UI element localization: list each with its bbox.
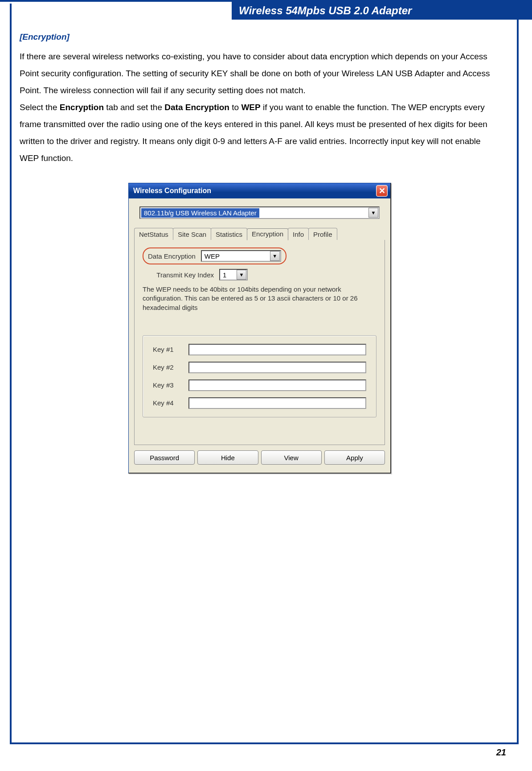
key4-input[interactable] [188,397,366,409]
chevron-down-icon[interactable]: ▼ [237,270,246,280]
para2-mid1: tab and set the [104,103,164,112]
tab-netstatus[interactable]: NetStatus [134,228,173,240]
key-row-4: Key #4 [153,397,366,409]
data-encryption-select[interactable]: WEP ▼ [201,250,281,262]
header-title: Wireless 54Mpbs USB 2.0 Adapter [239,4,412,17]
adapter-select[interactable]: 802.11b/g USB Wireless LAN Adapter ▼ [139,206,380,219]
tab-statistics[interactable]: Statistics [211,228,247,240]
key-row-3: Key #3 [153,379,366,391]
data-encryption-row: Data Encryption WEP ▼ [143,247,376,264]
header-bar: Wireless 54Mpbs USB 2.0 Adapter [232,2,532,20]
hide-button[interactable]: Hide [197,450,258,465]
para1: If there are several wireless networks c… [20,52,490,95]
content-area: [Encryption] If there are several wirele… [20,32,500,474]
key2-input[interactable] [188,362,366,373]
tab-profile[interactable]: Profile [308,228,337,240]
tab-info[interactable]: Info [288,228,309,240]
key1-label: Key #1 [153,346,180,353]
wep-help-text: The WEP needs to be 40bits or 104bits de… [143,285,376,312]
transmit-key-value: 1 [223,271,226,279]
data-encryption-label: Data Encryption [148,252,196,260]
data-encryption-value: WEP [205,252,220,260]
key4-label: Key #4 [153,399,180,407]
body-text: If there are several wireless networks c… [20,48,500,167]
key-row-2: Key #2 [153,362,366,373]
button-row: Password Hide View Apply [134,450,385,465]
chevron-down-icon[interactable]: ▼ [368,208,378,218]
transmit-key-select[interactable]: 1 ▼ [219,269,248,280]
dialog-wrap: Wireless Configuration ✕ 802.11b/g USB W… [20,183,500,474]
para2-b2: Data Encryption [164,103,229,112]
page-number: 21 [496,747,506,758]
para2-b3: WEP [241,103,260,112]
apply-button[interactable]: Apply [324,450,385,465]
tabstrip: NetStatus Site Scan Statistics Encryptio… [129,222,390,240]
adapter-value: 802.11b/g USB Wireless LAN Adapter [141,208,259,218]
key3-label: Key #3 [153,381,180,389]
close-button[interactable]: ✕ [376,185,388,197]
key2-label: Key #2 [153,363,180,371]
tab-sitescan[interactable]: Site Scan [173,228,211,240]
key-row-1: Key #1 [153,344,366,355]
para2-b1: Encryption [60,103,104,112]
key1-input[interactable] [188,344,366,355]
dialog-title: Wireless Configuration [133,187,211,195]
key3-input[interactable] [188,379,366,391]
password-button[interactable]: Password [134,450,195,465]
transmit-key-row: Transmit Key Index 1 ▼ [143,269,376,280]
tab-encryption[interactable]: Encryption [247,228,288,240]
data-encryption-highlight: Data Encryption WEP ▼ [143,247,286,264]
view-button[interactable]: View [261,450,322,465]
section-heading: [Encryption] [20,32,500,42]
page-header: Wireless 54Mpbs USB 2.0 Adapter [0,0,532,23]
transmit-key-label: Transmit Key Index [143,271,214,279]
tab-panel-encryption: Data Encryption WEP ▼ Transmit Key Index… [134,240,385,445]
adapter-row: 802.11b/g USB Wireless LAN Adapter ▼ [129,198,390,222]
dialog-titlebar[interactable]: Wireless Configuration ✕ [129,183,390,198]
wireless-config-dialog: Wireless Configuration ✕ 802.11b/g USB W… [128,183,391,474]
para2-mid2: to [229,103,241,112]
para2-pre: Select the [20,103,60,112]
chevron-down-icon[interactable]: ▼ [270,251,280,261]
keys-group: Key #1 Key #2 Key #3 Key #4 [143,335,376,417]
close-icon: ✕ [379,186,385,196]
